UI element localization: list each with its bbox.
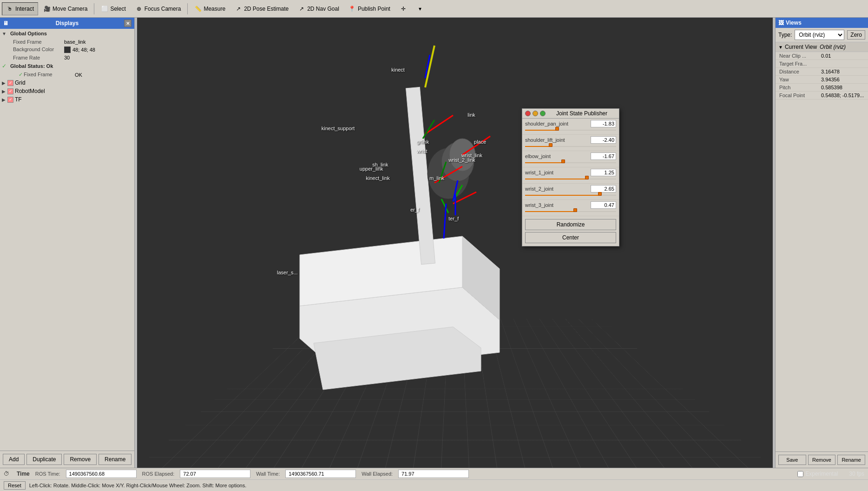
tf-label: TF: [15, 96, 22, 103]
time-label: Time: [17, 471, 30, 477]
select-button[interactable]: ⬜ Select: [97, 2, 130, 15]
joint-row-5: wrist_3_joint: [522, 200, 619, 216]
close-dot[interactable]: [525, 111, 531, 116]
displays-header: 🖥 Displays ✕: [0, 18, 134, 29]
slider-thumb-2: [561, 159, 565, 163]
joint-name-5: wrist_3_joint: [525, 202, 553, 208]
view-props: Near Clip ... 0.01 Target Fra... Distanc…: [776, 52, 868, 100]
view-prop-label-1: Target Fra...: [779, 61, 821, 66]
dropdown-button[interactable]: ▾: [412, 2, 428, 15]
svg-point-5: [427, 148, 469, 199]
global-options-item[interactable]: ▼ Global Options: [0, 29, 134, 38]
view-prop-label-3: Yaw: [779, 77, 821, 82]
extra-button[interactable]: ✛: [395, 2, 411, 15]
focus-camera-button[interactable]: ⊕ Focus Camera: [131, 2, 185, 15]
joint-row-2: elbow_joint: [522, 151, 619, 167]
joint-slider-0[interactable]: [525, 128, 616, 132]
grid-label: Grid: [15, 80, 26, 86]
displays-close-button[interactable]: ✕: [124, 20, 132, 27]
right-panel: 🖼 Views Type: Orbit (rviz) Zero ▼ Curren…: [775, 18, 868, 468]
tf-checkbox[interactable]: [7, 97, 13, 103]
kinect-label: kinect: [391, 67, 405, 73]
remove-view-button[interactable]: Remove: [808, 455, 836, 465]
robotmodel-checkbox[interactable]: [7, 88, 13, 94]
publish-point-button[interactable]: 📍 Publish Point: [344, 2, 395, 15]
view-prop-value-0[interactable]: 0.01: [821, 53, 831, 59]
robotmodel-item[interactable]: ▶ RobotModel: [0, 87, 134, 95]
duplicate-button[interactable]: Duplicate: [26, 454, 62, 465]
joint-value-2[interactable]: [591, 153, 616, 160]
interact-icon: 🖱: [6, 5, 13, 13]
move-camera-icon: 🎥: [43, 5, 51, 13]
view-prop-value-3[interactable]: 3.94356: [821, 77, 840, 82]
views-footer: Save Remove Rename: [776, 451, 868, 468]
grid-arrow: ▶: [2, 80, 7, 86]
measure-button[interactable]: 📏 Measure: [190, 2, 230, 15]
joint-slider-5[interactable]: [525, 210, 616, 213]
joint-value-1[interactable]: [591, 136, 616, 144]
slider-thumb-4: [598, 192, 602, 196]
wrist2-link-label: wrist_2_link: [448, 157, 475, 163]
joint-name-4: wrist_2_joint: [525, 186, 553, 192]
joint-slider-2[interactable]: [525, 161, 616, 165]
grid-item[interactable]: ▶ Grid: [0, 79, 134, 87]
kinect-link-label: kinect_link: [366, 175, 389, 181]
ros-elapsed-input[interactable]: [180, 470, 250, 478]
experimental-checkbox[interactable]: [797, 471, 803, 477]
view-prop-value-4[interactable]: 0.585398: [821, 85, 842, 90]
status-check-icon: ✓: [2, 63, 7, 69]
time-icon: ⏱: [4, 471, 9, 477]
maximize-dot[interactable]: [540, 111, 546, 116]
type-select[interactable]: Orbit (rviz): [795, 30, 844, 40]
nav-goal-button[interactable]: ↗ 2D Nav Goal: [294, 2, 343, 15]
grid-checkbox[interactable]: [7, 80, 13, 86]
grlink-label: grlink: [417, 139, 429, 145]
focus-icon: ⊕: [135, 5, 143, 13]
view-prop-value-2[interactable]: 3.16478: [821, 69, 840, 74]
svg-line-11: [453, 192, 476, 204]
view-prop-label-2: Distance: [779, 69, 821, 74]
joint-row-1: shoulder_lift_joint: [522, 135, 619, 151]
tf-item[interactable]: ▶ TF: [0, 95, 134, 104]
view-prop-row-1: Target Fra...: [776, 60, 868, 68]
svg-line-15: [441, 199, 448, 213]
interact-button[interactable]: 🖱 Interact: [2, 2, 38, 15]
ros-time-input[interactable]: [66, 470, 137, 478]
save-view-button[interactable]: Save: [778, 455, 806, 465]
bg-color-swatch[interactable]: [64, 46, 71, 53]
joint-slider-3[interactable]: [525, 177, 616, 181]
pose-estimate-button[interactable]: ↗ 2D Pose Estimate: [230, 2, 293, 15]
add-button[interactable]: Add: [3, 454, 25, 465]
joint-value-3[interactable]: [591, 169, 616, 176]
joint-slider-1[interactable]: [525, 145, 616, 148]
viewport[interactable]: kinect kinect_support link grlink wrist …: [137, 18, 773, 468]
svg-line-12: [423, 120, 434, 139]
joint-value-0[interactable]: [591, 120, 616, 127]
joint-slider-4[interactable]: [525, 193, 616, 197]
reset-button[interactable]: Reset: [4, 481, 26, 490]
move-camera-button[interactable]: 🎥 Move Camera: [39, 2, 92, 15]
zero-button[interactable]: Zero: [847, 30, 865, 40]
minimize-dot[interactable]: [533, 111, 538, 116]
slider-thumb-3: [585, 176, 589, 179]
robotmodel-arrow: ▶: [2, 89, 7, 94]
joint-state-titlebar: Joint State Publisher: [522, 109, 619, 119]
remove-button[interactable]: Remove: [64, 454, 97, 465]
wall-time-input[interactable]: [285, 470, 356, 478]
views-type-row: Type: Orbit (rviz) Zero: [776, 28, 868, 42]
wall-elapsed-input[interactable]: [398, 470, 469, 478]
current-view-header: ▼ Current View Orbit (rviz): [776, 42, 868, 52]
rename-button[interactable]: Rename: [99, 454, 132, 465]
joint-value-4[interactable]: [591, 185, 616, 192]
joint-value-5[interactable]: [591, 201, 616, 209]
slider-thumb-5: [573, 208, 577, 212]
slider-track-3: [525, 179, 616, 179]
randomize-button[interactable]: Randomize: [525, 219, 616, 230]
global-status-item[interactable]: ✓ Global Status: Ok: [0, 61, 134, 71]
view-prop-label-0: Near Clip ...: [779, 53, 821, 59]
center-button[interactable]: Center: [525, 232, 616, 243]
svg-line-16: [425, 55, 430, 78]
view-prop-value-5[interactable]: 0.54838; -0.5179...: [821, 93, 864, 98]
joint-row-3: wrist_1_joint: [522, 167, 619, 184]
rename-view-button[interactable]: Rename: [837, 455, 865, 465]
